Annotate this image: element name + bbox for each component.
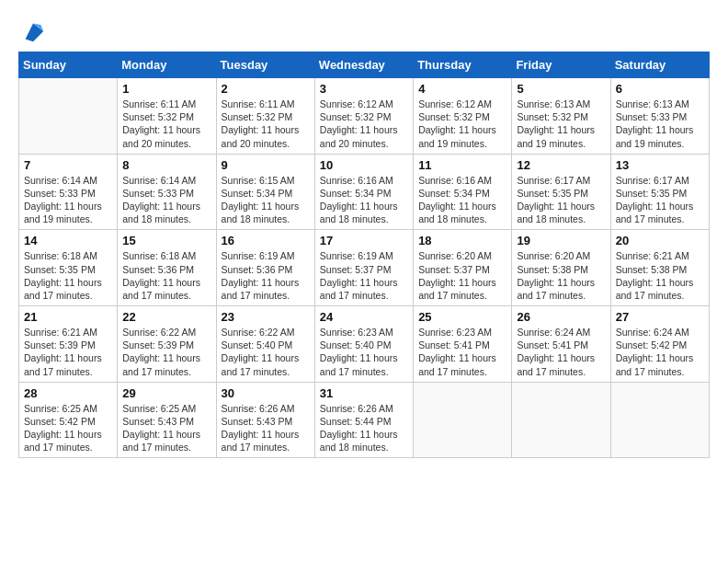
day-info: Sunrise: 6:20 AM Sunset: 5:37 PM Dayligh… [418, 249, 506, 302]
day-number: 9 [222, 158, 310, 172]
weekday-header-sunday: Sunday [19, 52, 118, 78]
day-info: Sunrise: 6:26 AM Sunset: 5:43 PM Dayligh… [222, 402, 310, 454]
weekday-header-tuesday: Tuesday [216, 52, 314, 78]
calendar-cell: 18Sunrise: 6:20 AM Sunset: 5:37 PM Dayli… [414, 230, 512, 306]
weekday-header-saturday: Saturday [610, 52, 709, 78]
day-number: 15 [122, 234, 210, 247]
calendar-cell: 28Sunrise: 6:25 AM Sunset: 5:42 PM Dayli… [19, 382, 118, 458]
day-info: Sunrise: 6:25 AM Sunset: 5:43 PM Dayligh… [122, 402, 210, 454]
day-number: 7 [24, 158, 112, 172]
day-number: 12 [517, 158, 605, 172]
day-number: 2 [222, 82, 310, 96]
day-info: Sunrise: 6:16 AM Sunset: 5:34 PM Dayligh… [418, 174, 506, 226]
calendar-cell: 19Sunrise: 6:20 AM Sunset: 5:38 PM Dayli… [512, 230, 610, 306]
day-info: Sunrise: 6:11 AM Sunset: 5:32 PM Dayligh… [122, 98, 210, 150]
day-number: 25 [418, 310, 506, 324]
day-number: 6 [616, 82, 704, 96]
weekday-header-wednesday: Wednesday [314, 52, 413, 78]
day-info: Sunrise: 6:11 AM Sunset: 5:32 PM Dayligh… [222, 98, 310, 150]
day-info: Sunrise: 6:22 AM Sunset: 5:40 PM Dayligh… [222, 326, 310, 378]
day-info: Sunrise: 6:21 AM Sunset: 5:38 PM Dayligh… [616, 249, 704, 302]
day-info: Sunrise: 6:17 AM Sunset: 5:35 PM Dayligh… [517, 174, 605, 226]
calendar-cell: 20Sunrise: 6:21 AM Sunset: 5:38 PM Dayli… [610, 230, 709, 306]
header [18, 18, 710, 44]
day-number: 14 [24, 234, 112, 247]
day-number: 4 [418, 82, 506, 96]
day-info: Sunrise: 6:18 AM Sunset: 5:35 PM Dayligh… [24, 249, 112, 302]
day-info: Sunrise: 6:12 AM Sunset: 5:32 PM Dayligh… [320, 98, 408, 150]
day-number: 24 [320, 310, 408, 324]
day-info: Sunrise: 6:17 AM Sunset: 5:35 PM Dayligh… [616, 174, 704, 226]
day-info: Sunrise: 6:13 AM Sunset: 5:33 PM Dayligh… [616, 98, 704, 150]
day-number: 17 [320, 234, 408, 247]
logo [18, 18, 46, 44]
day-info: Sunrise: 6:22 AM Sunset: 5:39 PM Dayligh… [122, 326, 210, 378]
calendar-cell: 13Sunrise: 6:17 AM Sunset: 5:35 PM Dayli… [610, 154, 709, 230]
day-number: 23 [222, 310, 310, 324]
week-row-0: 1Sunrise: 6:11 AM Sunset: 5:32 PM Daylig… [19, 78, 710, 155]
calendar-cell: 3Sunrise: 6:12 AM Sunset: 5:32 PM Daylig… [314, 78, 413, 155]
calendar-cell: 15Sunrise: 6:18 AM Sunset: 5:36 PM Dayli… [118, 230, 216, 306]
weekday-header-thursday: Thursday [414, 52, 512, 78]
week-row-2: 14Sunrise: 6:18 AM Sunset: 5:35 PM Dayli… [19, 230, 710, 306]
day-number: 10 [320, 158, 408, 172]
calendar-cell: 14Sunrise: 6:18 AM Sunset: 5:35 PM Dayli… [19, 230, 118, 306]
calendar-cell: 30Sunrise: 6:26 AM Sunset: 5:43 PM Dayli… [216, 382, 314, 458]
week-row-1: 7Sunrise: 6:14 AM Sunset: 5:33 PM Daylig… [19, 154, 710, 230]
day-number: 21 [24, 310, 112, 324]
calendar-body: 1Sunrise: 6:11 AM Sunset: 5:32 PM Daylig… [19, 78, 710, 458]
week-row-4: 28Sunrise: 6:25 AM Sunset: 5:42 PM Dayli… [19, 382, 710, 458]
day-number: 30 [222, 386, 310, 400]
calendar-cell: 26Sunrise: 6:24 AM Sunset: 5:41 PM Dayli… [512, 306, 610, 383]
calendar-cell: 17Sunrise: 6:19 AM Sunset: 5:37 PM Dayli… [314, 230, 413, 306]
day-info: Sunrise: 6:12 AM Sunset: 5:32 PM Dayligh… [418, 98, 506, 150]
day-number: 22 [122, 310, 210, 324]
day-info: Sunrise: 6:23 AM Sunset: 5:41 PM Dayligh… [418, 326, 506, 378]
weekday-header-friday: Friday [512, 52, 610, 78]
day-number: 3 [320, 82, 408, 96]
calendar-cell [414, 382, 512, 458]
logo-icon [20, 18, 46, 44]
calendar-cell: 11Sunrise: 6:16 AM Sunset: 5:34 PM Dayli… [414, 154, 512, 230]
day-number: 27 [616, 310, 704, 324]
weekday-header-monday: Monday [118, 52, 216, 78]
day-number: 18 [418, 234, 506, 247]
day-info: Sunrise: 6:14 AM Sunset: 5:33 PM Dayligh… [122, 174, 210, 226]
calendar-cell [610, 382, 709, 458]
calendar-cell: 16Sunrise: 6:19 AM Sunset: 5:36 PM Dayli… [216, 230, 314, 306]
calendar-cell: 6Sunrise: 6:13 AM Sunset: 5:33 PM Daylig… [610, 78, 709, 155]
week-row-3: 21Sunrise: 6:21 AM Sunset: 5:39 PM Dayli… [19, 306, 710, 383]
day-info: Sunrise: 6:16 AM Sunset: 5:34 PM Dayligh… [320, 174, 408, 226]
calendar-cell: 24Sunrise: 6:23 AM Sunset: 5:40 PM Dayli… [314, 306, 413, 383]
day-info: Sunrise: 6:20 AM Sunset: 5:38 PM Dayligh… [517, 249, 605, 302]
calendar: SundayMondayTuesdayWednesdayThursdayFrid… [18, 52, 710, 458]
calendar-cell: 21Sunrise: 6:21 AM Sunset: 5:39 PM Dayli… [19, 306, 118, 383]
day-number: 28 [24, 386, 112, 400]
calendar-cell: 4Sunrise: 6:12 AM Sunset: 5:32 PM Daylig… [414, 78, 512, 155]
calendar-cell: 5Sunrise: 6:13 AM Sunset: 5:32 PM Daylig… [512, 78, 610, 155]
calendar-cell: 1Sunrise: 6:11 AM Sunset: 5:32 PM Daylig… [118, 78, 216, 155]
day-info: Sunrise: 6:19 AM Sunset: 5:37 PM Dayligh… [320, 249, 408, 302]
calendar-cell: 9Sunrise: 6:15 AM Sunset: 5:34 PM Daylig… [216, 154, 314, 230]
day-number: 29 [122, 386, 210, 400]
day-info: Sunrise: 6:15 AM Sunset: 5:34 PM Dayligh… [222, 174, 310, 226]
day-info: Sunrise: 6:14 AM Sunset: 5:33 PM Dayligh… [24, 174, 112, 226]
day-number: 1 [122, 82, 210, 96]
day-info: Sunrise: 6:25 AM Sunset: 5:42 PM Dayligh… [24, 402, 112, 454]
calendar-cell [512, 382, 610, 458]
calendar-cell: 31Sunrise: 6:26 AM Sunset: 5:44 PM Dayli… [314, 382, 413, 458]
calendar-cell: 23Sunrise: 6:22 AM Sunset: 5:40 PM Dayli… [216, 306, 314, 383]
calendar-cell [19, 78, 118, 155]
day-number: 31 [320, 386, 408, 400]
calendar-cell: 22Sunrise: 6:22 AM Sunset: 5:39 PM Dayli… [118, 306, 216, 383]
day-number: 8 [122, 158, 210, 172]
day-number: 26 [517, 310, 605, 324]
day-info: Sunrise: 6:13 AM Sunset: 5:32 PM Dayligh… [517, 98, 605, 150]
calendar-cell: 2Sunrise: 6:11 AM Sunset: 5:32 PM Daylig… [216, 78, 314, 155]
day-number: 5 [517, 82, 605, 96]
calendar-cell: 27Sunrise: 6:24 AM Sunset: 5:42 PM Dayli… [610, 306, 709, 383]
day-info: Sunrise: 6:21 AM Sunset: 5:39 PM Dayligh… [24, 326, 112, 378]
calendar-cell: 8Sunrise: 6:14 AM Sunset: 5:33 PM Daylig… [118, 154, 216, 230]
calendar-cell: 10Sunrise: 6:16 AM Sunset: 5:34 PM Dayli… [314, 154, 413, 230]
day-number: 16 [222, 234, 310, 247]
